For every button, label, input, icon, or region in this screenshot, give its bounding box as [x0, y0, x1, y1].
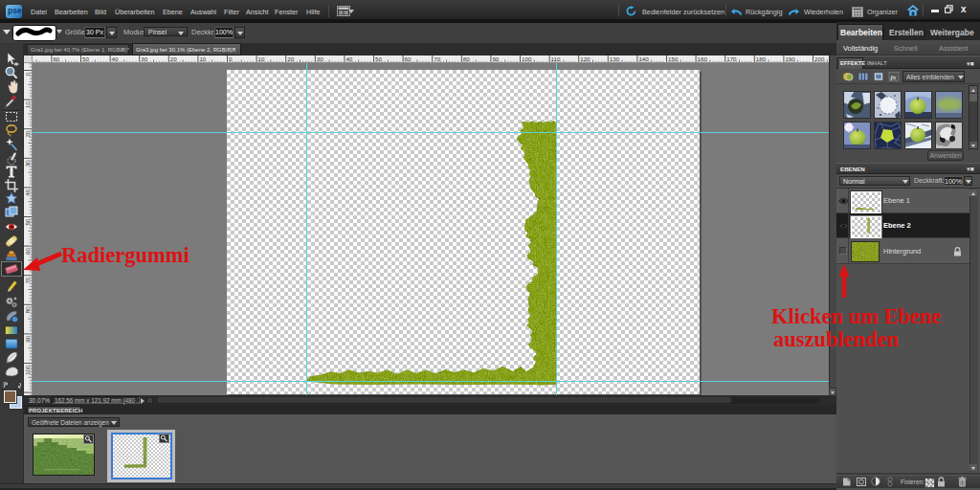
svg-text:150: 150	[668, 56, 679, 62]
svg-text:100: 100	[24, 365, 31, 375]
svg-text:30: 30	[141, 56, 147, 62]
svg-text:20: 20	[24, 130, 31, 137]
svg-text:30: 30	[24, 160, 31, 167]
svg-text:10: 10	[199, 56, 206, 62]
svg-text:130: 130	[610, 56, 620, 62]
svg-text:140: 140	[638, 56, 649, 62]
svg-text:20: 20	[170, 56, 177, 62]
svg-text:fx: fx	[890, 74, 896, 81]
svg-text:0: 0	[24, 72, 31, 76]
svg-text:170: 170	[726, 56, 737, 62]
svg-text:200: 200	[814, 56, 825, 62]
svg-text:40: 40	[112, 56, 119, 62]
svg-text:120: 120	[580, 56, 590, 62]
svg-text:30: 30	[317, 56, 323, 62]
svg-text:10: 10	[24, 101, 31, 108]
svg-text:60: 60	[53, 56, 59, 62]
svg-text:50: 50	[82, 56, 89, 62]
svg-text:70: 70	[434, 56, 440, 62]
svg-text:50: 50	[375, 56, 382, 62]
svg-text:70: 70	[24, 277, 31, 283]
svg-text:100: 100	[522, 56, 532, 62]
svg-text:20: 20	[287, 56, 294, 62]
svg-text:160: 160	[698, 56, 708, 62]
svg-text:90: 90	[24, 335, 31, 342]
svg-text:0: 0	[229, 56, 233, 62]
svg-text:110: 110	[551, 56, 561, 62]
svg-text:40: 40	[345, 56, 352, 62]
svg-text:180: 180	[756, 56, 767, 62]
svg-text:60: 60	[405, 56, 412, 62]
svg-text:10: 10	[258, 56, 265, 62]
svg-text:50: 50	[24, 218, 31, 225]
svg-text:90: 90	[492, 56, 499, 62]
svg-text:80: 80	[463, 56, 470, 62]
svg-text:80: 80	[24, 306, 31, 313]
svg-text:190: 190	[785, 56, 795, 62]
svg-text:40: 40	[24, 189, 31, 195]
